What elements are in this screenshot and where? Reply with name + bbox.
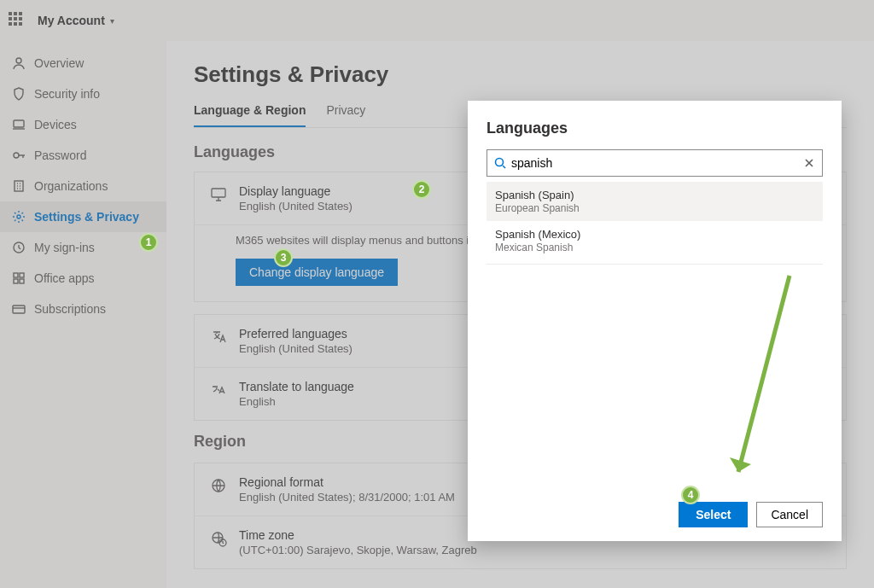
result-subtitle: European Spanish <box>495 202 814 214</box>
language-result[interactable]: Spanish (Spain) European Spanish <box>487 182 823 221</box>
languages-dialog: Languages Spanish (Spain) European Spani… <box>468 101 842 541</box>
svg-point-15 <box>496 159 504 166</box>
dialog-title: Languages <box>487 119 823 137</box>
annotation-badge-3: 3 <box>274 248 293 267</box>
language-search[interactable] <box>487 149 823 177</box>
divider <box>487 264 823 265</box>
cancel-button[interactable]: Cancel <box>756 502 823 527</box>
annotation-badge-1: 1 <box>139 233 158 252</box>
language-search-input[interactable] <box>511 154 798 172</box>
clear-search-icon[interactable] <box>803 157 815 169</box>
result-title: Spanish (Mexico) <box>495 228 814 241</box>
select-button[interactable]: Select <box>679 502 748 527</box>
search-results: Spanish (Spain) European Spanish Spanish… <box>487 182 823 265</box>
result-title: Spanish (Spain) <box>495 189 814 201</box>
annotation-badge-2: 2 <box>412 180 431 199</box>
annotation-badge-4: 4 <box>681 486 700 504</box>
result-subtitle: Mexican Spanish <box>495 242 814 253</box>
search-icon <box>494 157 506 169</box>
language-result[interactable]: Spanish (Mexico) Mexican Spanish <box>487 221 823 260</box>
